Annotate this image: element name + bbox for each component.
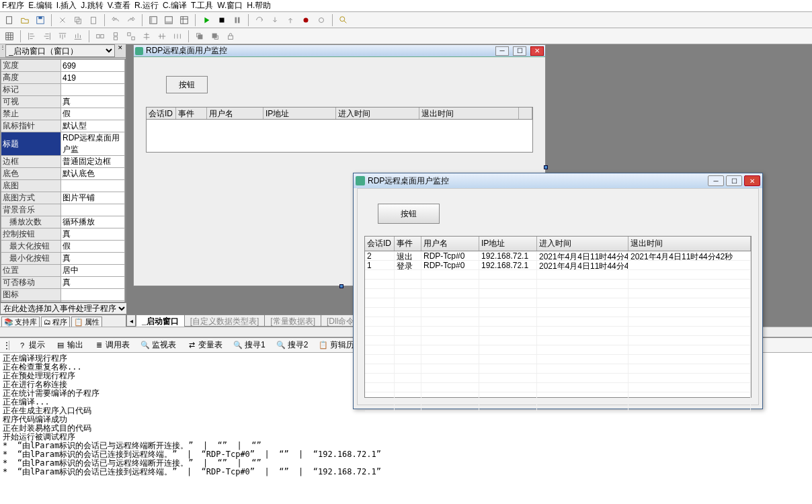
- breakpoint2-icon[interactable]: [315, 13, 328, 27]
- prop-value[interactable]: [61, 180, 125, 192]
- prop-key[interactable]: 宽度: [1, 60, 61, 72]
- prop-value[interactable]: 普通固定边框: [61, 156, 125, 168]
- menu-window[interactable]: W.窗口: [217, 0, 243, 11]
- same-height-icon[interactable]: [109, 30, 122, 43]
- prop-value[interactable]: 默认底色: [61, 168, 125, 180]
- prop-key[interactable]: 底图方式: [1, 192, 61, 204]
- align-bottom-icon[interactable]: [71, 30, 85, 43]
- menu-insert[interactable]: I.插入: [56, 0, 77, 11]
- prop-value[interactable]: 居中: [61, 265, 125, 277]
- new-icon[interactable]: [3, 13, 16, 27]
- prop-value[interactable]: RDP远程桌面用户监: [61, 132, 125, 156]
- tab-constants[interactable]: [常量数据表]: [264, 314, 321, 327]
- maximize-icon[interactable]: ☐: [513, 46, 526, 56]
- menu-tools[interactable]: T.工具: [191, 0, 213, 11]
- same-width-icon[interactable]: [93, 30, 107, 43]
- spacing-h-icon[interactable]: [171, 30, 184, 43]
- align-right-icon[interactable]: [40, 30, 54, 43]
- prop-key[interactable]: 标题: [1, 132, 61, 156]
- redo-icon[interactable]: [124, 13, 138, 27]
- prop-value[interactable]: 真: [61, 228, 125, 241]
- tab-find1[interactable]: 🔍搜寻1: [231, 338, 268, 352]
- close-icon[interactable]: ✕: [530, 46, 544, 56]
- align-top-icon[interactable]: [56, 30, 69, 43]
- minimize-icon[interactable]: ─: [495, 46, 509, 56]
- col-exit-time[interactable]: 退出时间: [419, 108, 519, 119]
- prop-value[interactable]: [61, 289, 125, 301]
- pane-grip[interactable]: ⋮: [0, 44, 5, 57]
- tab-program[interactable]: 🗂程序: [41, 317, 70, 327]
- center-h-icon[interactable]: [140, 30, 153, 43]
- col-enter-time[interactable]: 进入时间: [537, 237, 628, 251]
- runtime-button[interactable]: 按钮: [378, 204, 440, 224]
- minimize-button[interactable]: ─: [708, 175, 724, 186]
- prop-key[interactable]: 边框: [1, 156, 61, 168]
- prop-value[interactable]: 真: [61, 253, 125, 265]
- col-ip[interactable]: IP地址: [263, 108, 336, 119]
- run-icon[interactable]: [200, 13, 213, 27]
- prop-value[interactable]: 真: [61, 277, 125, 289]
- center-v-icon[interactable]: [155, 30, 169, 43]
- runtime-window[interactable]: RDP远程桌面用户监控 ─ ☐ ✕ 按钮 会话ID 事件 用户名 IP地址 进入…: [353, 173, 763, 409]
- prop-key[interactable]: 位置: [1, 265, 61, 277]
- prop-value[interactable]: 图片平铺: [61, 192, 125, 204]
- col-session-id[interactable]: 会话ID: [365, 237, 395, 251]
- design-button[interactable]: 按钮: [166, 76, 208, 93]
- tab-vars[interactable]: ⇄变量表: [184, 338, 225, 352]
- prop-key[interactable]: 鼠标指针: [1, 120, 61, 132]
- prop-value[interactable]: [61, 204, 125, 216]
- event-selector[interactable]: 在此处选择加入事件处理子程序: [0, 302, 128, 314]
- close-button[interactable]: ✕: [744, 175, 760, 186]
- prop-key[interactable]: 可视: [1, 96, 61, 108]
- table-row[interactable]: 1登录RDP-Tcp#0192.168.72.12021年4月4日11时44分4…: [365, 261, 751, 270]
- lock-icon[interactable]: [224, 30, 237, 43]
- open-icon[interactable]: [18, 13, 32, 27]
- prop-value[interactable]: 699: [61, 60, 125, 72]
- tabs-scroll-left-icon[interactable]: ◂: [126, 314, 136, 327]
- resize-handle-s[interactable]: [339, 284, 343, 288]
- prop-key[interactable]: 图标: [1, 289, 61, 301]
- tab-hint[interactable]: ?提示: [15, 338, 48, 352]
- step-into-icon[interactable]: [268, 13, 282, 27]
- tab-watch[interactable]: 🔍监视表: [138, 338, 179, 352]
- col-session-id[interactable]: 会话ID: [147, 108, 176, 119]
- runtime-listview[interactable]: 会话ID 事件 用户名 IP地址 进入时间 退出时间 2退出RDP-Tcp#01…: [364, 236, 752, 398]
- prop-key[interactable]: 标记: [1, 84, 61, 96]
- menu-run[interactable]: R.运行: [134, 0, 159, 11]
- send-back-icon[interactable]: [208, 30, 222, 43]
- output-grip[interactable]: ⋮: [3, 341, 9, 350]
- prop-value[interactable]: 循环播放: [61, 216, 125, 228]
- toggle-3-icon[interactable]: [177, 13, 191, 27]
- prop-key[interactable]: 控制按钮: [1, 228, 61, 241]
- prop-key[interactable]: 最大化按钮: [1, 241, 61, 253]
- find-icon[interactable]: [337, 13, 350, 27]
- cut-icon[interactable]: [56, 13, 69, 27]
- tab-properties[interactable]: 📋属性: [71, 317, 102, 327]
- paste-icon[interactable]: [87, 13, 100, 27]
- prop-value[interactable]: 419: [61, 72, 125, 84]
- menu-program[interactable]: F.程序: [2, 0, 24, 11]
- stop-icon[interactable]: [215, 13, 229, 27]
- design-listview[interactable]: 会话ID 事件 用户名 IP地址 进入时间 退出时间: [146, 107, 533, 153]
- toggle-2-icon[interactable]: [162, 13, 175, 27]
- prop-key[interactable]: 高度: [1, 72, 61, 84]
- grid-icon[interactable]: [3, 30, 16, 43]
- col-user[interactable]: 用户名: [421, 237, 479, 251]
- col-event[interactable]: 事件: [176, 108, 207, 119]
- tab-callstack[interactable]: ≣调用表: [91, 338, 132, 352]
- prop-value[interactable]: [61, 84, 125, 96]
- col-exit-time[interactable]: 退出时间: [628, 237, 751, 251]
- bring-front-icon[interactable]: [193, 30, 206, 43]
- resize-handle-e[interactable]: [544, 165, 548, 169]
- property-grid[interactable]: 宽度699高度419标记可视真禁止假鼠标指针默认型标题RDP远程桌面用户监边框普…: [0, 58, 126, 302]
- object-selector[interactable]: _启动窗口（窗口）: [5, 44, 115, 57]
- prop-value[interactable]: 假: [61, 108, 125, 120]
- col-ip[interactable]: IP地址: [479, 237, 537, 251]
- prop-value[interactable]: 假: [61, 241, 125, 253]
- col-enter-time[interactable]: 进入时间: [336, 108, 419, 119]
- prop-value[interactable]: 真: [61, 96, 125, 108]
- prop-key[interactable]: 底图: [1, 180, 61, 192]
- prop-value[interactable]: 默认型: [61, 120, 125, 132]
- menu-help[interactable]: H.帮助: [247, 0, 271, 11]
- tab-custom-types[interactable]: [自定义数据类型表]: [184, 314, 266, 327]
